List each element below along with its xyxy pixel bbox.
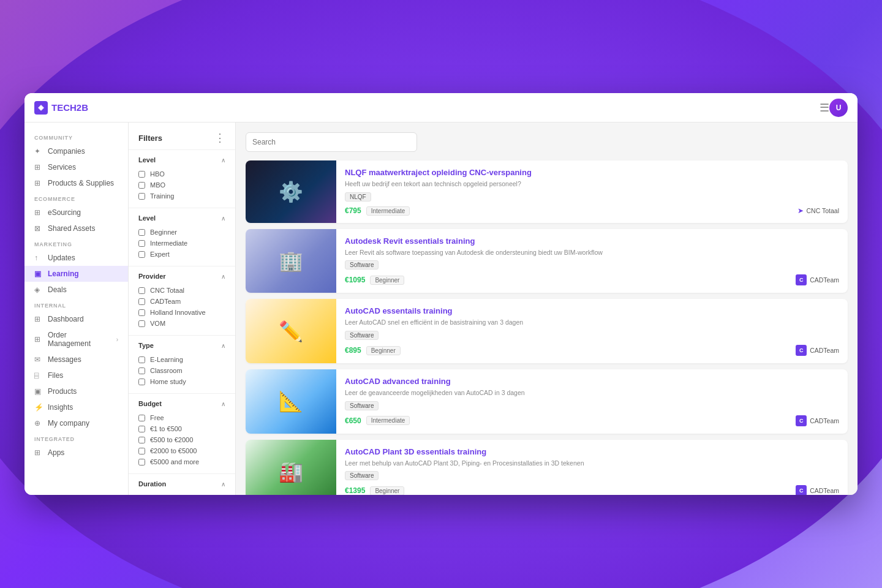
filter-item-3-1[interactable]: Classroom xyxy=(129,365,235,376)
content-area: ⚙️NLQF maatwerktraject opleiding CNC-ver… xyxy=(236,123,858,495)
filter-label-0-2: Training xyxy=(150,192,174,200)
course-title-1[interactable]: NLQF maatwerktraject opleiding CNC-versp… xyxy=(345,168,839,177)
filter-item-1-2[interactable]: Expert xyxy=(129,249,235,260)
provider-name: CADTeam xyxy=(810,417,839,424)
filter-checkbox-1-1[interactable] xyxy=(138,240,145,247)
filter-checkbox-2-3[interactable] xyxy=(138,320,145,327)
sidebar-item-insights[interactable]: ⚡Insights xyxy=(24,399,128,415)
filter-section-header-4[interactable]: Budget∧ xyxy=(129,400,235,412)
course-price-5: €1395 xyxy=(345,486,365,495)
filter-section-header-3[interactable]: Type∧ xyxy=(129,342,235,354)
filter-checkbox-4-0[interactable] xyxy=(138,415,145,421)
filter-item-4-3[interactable]: €2000 to €5000 xyxy=(129,445,235,456)
filter-item-4-1[interactable]: €1 to €500 xyxy=(129,423,235,434)
filter-section-0: Level∧HBOMBOTraining xyxy=(129,149,235,208)
filters-options-icon[interactable]: ⋮ xyxy=(214,132,225,143)
filter-checkbox-0-0[interactable] xyxy=(138,171,145,178)
sidebar-item-services[interactable]: ⊞Services xyxy=(24,159,128,175)
filter-checkbox-0-1[interactable] xyxy=(138,182,145,189)
messages-icon: ✉ xyxy=(34,355,43,364)
filter-item-2-3[interactable]: VOM xyxy=(129,318,235,329)
course-provider-2: C CADTeam xyxy=(796,274,839,285)
filter-item-4-4[interactable]: €5000 and more xyxy=(129,456,235,467)
user-avatar[interactable]: U xyxy=(829,99,848,117)
sidebar-section-internal: INTERNAL xyxy=(24,298,128,311)
course-tags-4: Software xyxy=(345,401,839,410)
filter-checkbox-4-2[interactable] xyxy=(138,437,145,443)
filter-section-header-1[interactable]: Level∧ xyxy=(129,214,235,227)
sidebar-item-updates[interactable]: ↑Updates xyxy=(24,250,128,266)
sidebar-item-label-dashboard: Dashboard xyxy=(48,315,84,323)
sidebar-item-apps[interactable]: ⊞Apps xyxy=(24,445,128,461)
sidebar-item-esourcing[interactable]: ⊞eSourcing xyxy=(24,205,128,221)
provider-name: CADTeam xyxy=(810,487,839,494)
filter-checkbox-4-1[interactable] xyxy=(138,426,145,432)
filter-item-0-0[interactable]: HBO xyxy=(129,168,235,179)
filter-item-2-0[interactable]: CNC Totaal xyxy=(129,285,235,296)
course-tags-5: Software xyxy=(345,471,839,480)
sidebar-item-my-company[interactable]: ⊕My company xyxy=(24,415,128,431)
filter-checkbox-2-0[interactable] xyxy=(138,287,145,294)
filter-item-0-2[interactable]: Training xyxy=(129,190,235,202)
filter-item-2-1[interactable]: CADTeam xyxy=(129,296,235,307)
course-title-4[interactable]: AutoCAD advanced training xyxy=(345,377,839,386)
course-title-5[interactable]: AutoCAD Plant 3D essentials training xyxy=(345,447,839,456)
sidebar-item-label-esourcing: eSourcing xyxy=(48,208,81,217)
sidebar-item-products[interactable]: ▣Products xyxy=(24,383,128,399)
filter-item-1-1[interactable]: Intermediate xyxy=(129,238,235,249)
filter-label-2-1: CADTeam xyxy=(150,298,181,305)
sidebar: COMMUNITY✦Companies⊞Services⊞Products & … xyxy=(24,123,129,495)
filter-checkbox-2-2[interactable] xyxy=(138,309,145,316)
filter-item-3-0[interactable]: E-Learning xyxy=(129,354,235,365)
filter-item-1-0[interactable]: Beginner xyxy=(129,227,235,238)
sidebar-item-learning[interactable]: ▣Learning xyxy=(24,266,128,282)
course-title-2[interactable]: Autodesk Revit essentials training xyxy=(345,236,839,246)
sidebar-item-dashboard[interactable]: ⊞Dashboard xyxy=(24,311,128,327)
course-image-1: ⚙️ xyxy=(246,160,336,223)
course-desc-3: Leer AutoCAD snel en efficiënt in de bas… xyxy=(345,318,839,327)
filter-section-3: Type∧E-LearningClassroomHome study xyxy=(129,335,235,393)
sidebar-item-order-management[interactable]: ⊞Order Management› xyxy=(24,327,128,352)
filter-checkbox-4-4[interactable] xyxy=(138,459,145,466)
course-body-1: NLQF maatwerktraject opleiding CNC-versp… xyxy=(336,160,848,223)
filter-checkbox-1-0[interactable] xyxy=(138,229,145,236)
sidebar-item-messages[interactable]: ✉Messages xyxy=(24,352,128,368)
hamburger-icon[interactable]: ☰ xyxy=(820,101,829,115)
filter-checkbox-1-2[interactable] xyxy=(138,251,145,258)
search-input[interactable] xyxy=(246,132,417,152)
filter-item-3-2[interactable]: Home study xyxy=(129,376,235,387)
sidebar-item-files[interactable]: ⌸Files xyxy=(24,368,128,383)
filter-checkbox-2-1[interactable] xyxy=(138,298,145,305)
filter-section-header-0[interactable]: Level∧ xyxy=(129,156,235,168)
sidebar-item-deals[interactable]: ◈Deals xyxy=(24,282,128,298)
filter-item-4-0[interactable]: Free xyxy=(129,412,235,423)
filter-checkbox-4-3[interactable] xyxy=(138,448,145,454)
filter-section-header-2[interactable]: Provider∧ xyxy=(129,273,235,285)
filter-label-0-0: HBO xyxy=(150,170,165,178)
filter-checkbox-0-2[interactable] xyxy=(138,193,145,200)
filter-section-1: Level∧BeginnerIntermediateExpert xyxy=(129,208,235,266)
filter-checkbox-5-0[interactable] xyxy=(138,495,145,496)
course-level-2: Beginner xyxy=(370,276,404,285)
sidebar-item-companies[interactable]: ✦Companies xyxy=(24,143,128,159)
filter-section-title-0: Level xyxy=(138,156,156,164)
logo: TECH2B xyxy=(34,101,88,115)
sidebar-item-shared-assets[interactable]: ⊠Shared Assets xyxy=(24,221,128,236)
sidebar-item-products-supplies[interactable]: ⊞Products & Supplies xyxy=(24,175,128,191)
sidebar-section-ecommerce: ECOMMERCE xyxy=(24,191,128,205)
services-icon: ⊞ xyxy=(34,163,43,172)
main-area: COMMUNITY✦Companies⊞Services⊞Products & … xyxy=(24,123,858,495)
filter-checkbox-3-2[interactable] xyxy=(138,379,145,385)
filter-label-0-1: MBO xyxy=(150,181,165,189)
course-body-4: AutoCAD advanced trainingLeer de geavanc… xyxy=(336,369,848,434)
filter-item-4-2[interactable]: €500 to €2000 xyxy=(129,434,235,445)
course-title-3[interactable]: AutoCAD essentails training xyxy=(345,306,839,315)
filter-checkbox-3-1[interactable] xyxy=(138,368,145,374)
filter-section-header-5[interactable]: Duration∧ xyxy=(129,480,235,492)
filter-label-3-2: Home study xyxy=(150,378,186,385)
filter-item-0-1[interactable]: MBO xyxy=(129,179,235,190)
filter-item-5-0[interactable]: Up to 1 month xyxy=(129,492,235,495)
filter-checkbox-3-0[interactable] xyxy=(138,356,145,363)
course-desc-4: Leer de geavanceerde mogelijkheden van A… xyxy=(345,388,839,398)
filter-item-2-2[interactable]: Holland Innovative xyxy=(129,307,235,318)
